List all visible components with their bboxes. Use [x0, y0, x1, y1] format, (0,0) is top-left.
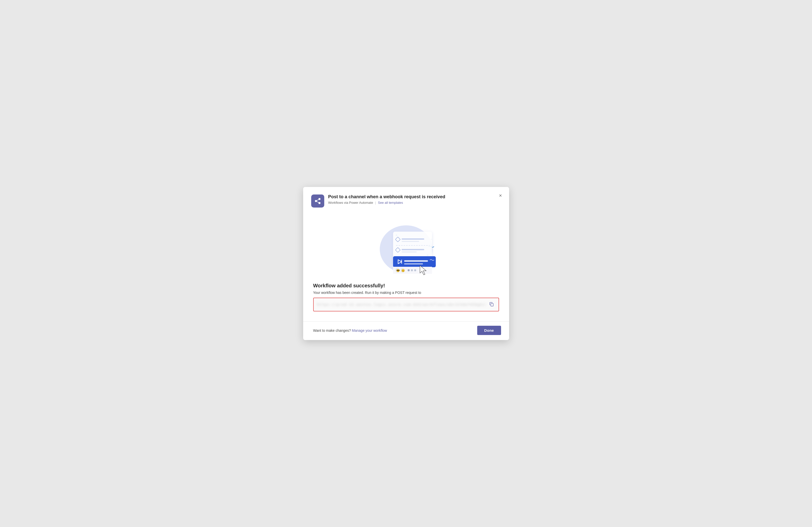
close-button[interactable]: ×	[498, 192, 503, 199]
manage-workflow-link[interactable]: Manage your workflow	[352, 329, 387, 332]
svg-rect-15	[402, 249, 424, 250]
dialog-title: Post to a channel when a webhook request…	[328, 194, 501, 200]
svg-rect-32	[491, 303, 493, 306]
webhook-url-box: https://prod-12.westus.logic.azure.com:4…	[313, 298, 499, 312]
svg-rect-11	[402, 238, 424, 240]
footer-left-text: Want to make changes? Manage your workfl…	[313, 329, 387, 332]
modal-header: Post to a channel when a webhook request…	[303, 187, 509, 212]
svg-rect-16	[402, 252, 417, 253]
svg-point-0	[315, 200, 317, 202]
svg-text:😎: 😎	[396, 269, 400, 272]
svg-rect-21	[404, 263, 423, 265]
modal-footer: Want to make changes? Manage your workfl…	[303, 321, 509, 340]
webhook-url-text: https://prod-12.westus.logic.azure.com:4…	[317, 303, 486, 306]
svg-point-30	[414, 269, 416, 271]
svg-line-3	[317, 199, 318, 200]
svg-point-2	[318, 202, 320, 204]
workflow-dialog: Post to a channel when a webhook request…	[303, 187, 509, 340]
subtitle-text: Workflows via Power Automate	[328, 201, 373, 205]
success-title: Workflow added successfully!	[313, 283, 499, 289]
svg-point-29	[411, 269, 413, 271]
subtitle-divider: |	[375, 201, 376, 205]
modal-body: ✦ ✦ ✦	[303, 212, 509, 321]
header-text-block: Post to a channel when a webhook request…	[328, 194, 501, 205]
copy-url-button[interactable]	[488, 301, 495, 308]
success-description: Your workflow has been created. Run it b…	[313, 291, 499, 295]
svg-point-1	[318, 198, 320, 200]
svg-point-28	[408, 269, 410, 271]
success-section: Workflow added successfully! Your workfl…	[313, 283, 499, 315]
svg-rect-20	[404, 260, 428, 262]
svg-text:😊: 😊	[401, 269, 405, 272]
see-all-templates-link[interactable]: See all templates	[378, 201, 403, 205]
svg-line-4	[317, 201, 318, 202]
done-button[interactable]: Done	[477, 326, 501, 335]
workflow-icon	[311, 195, 324, 208]
svg-rect-12	[402, 241, 419, 242]
want-changes-text: Want to make changes?	[313, 329, 351, 332]
dialog-subtitle: Workflows via Power Automate | See all t…	[328, 201, 501, 205]
workflow-illustration: ✦ ✦ ✦	[371, 216, 441, 277]
